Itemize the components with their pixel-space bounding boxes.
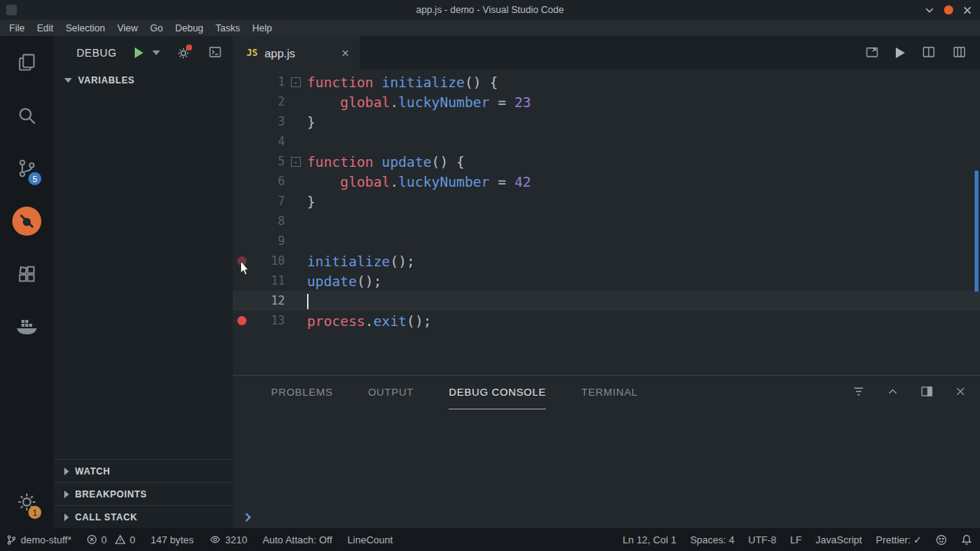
code-line[interactable]: 1 - function initialize() { — [233, 72, 980, 92]
breakpoints-section-header[interactable]: BREAKPOINTS — [54, 482, 233, 505]
record-indicator-icon[interactable] — [944, 5, 953, 15]
code-line[interactable]: 13 process.exit(); — [233, 311, 980, 331]
debug-console-input[interactable] — [233, 507, 980, 528]
menu-help[interactable]: Help — [247, 23, 279, 34]
menu-edit[interactable]: Edit — [31, 23, 60, 34]
tab-terminal[interactable]: TERMINAL — [581, 376, 638, 409]
git-branch-item[interactable]: demo-stuff* — [6, 534, 71, 546]
chevron-collapsed-icon — [64, 491, 69, 498]
docker-icon[interactable] — [0, 300, 54, 353]
code-line[interactable]: 10 initialize(); — [233, 251, 980, 271]
code-line[interactable]: 2 global.luckyNumber = 23 — [233, 92, 980, 112]
file-size-item[interactable]: 147 bytes — [151, 534, 194, 546]
chevron-up-icon[interactable] — [887, 386, 899, 400]
source-control-icon[interactable]: 5 — [0, 142, 54, 194]
notifications-bell-icon[interactable] — [961, 534, 972, 546]
config-warning-dot — [186, 44, 192, 51]
console-prompt-icon — [242, 513, 250, 521]
linecount-item[interactable]: LineCount — [348, 534, 393, 546]
configure-gear-icon[interactable] — [177, 47, 190, 60]
cursor-position-item[interactable]: Ln 12, Col 1 — [622, 534, 676, 546]
split-editor-icon[interactable] — [922, 45, 936, 61]
chevron-down-icon[interactable] — [924, 5, 935, 15]
tab-problems[interactable]: PROBLEMS — [271, 376, 333, 409]
close-window-icon[interactable] — [962, 5, 972, 15]
vscode-window: app.js - demo - Visual Studio Code File … — [0, 0, 980, 551]
fold-collapse-icon[interactable]: - — [291, 77, 301, 87]
breakpoint-gutter[interactable] — [233, 92, 251, 112]
menu-tasks[interactable]: Tasks — [210, 23, 247, 34]
fold-gutter[interactable]: - — [285, 157, 306, 167]
code-editor[interactable]: 1 - function initialize() { 2 global.luc… — [233, 70, 980, 375]
watch-label: WATCH — [75, 466, 110, 477]
settings-badge: 1 — [28, 506, 41, 519]
line-number: 8 — [251, 214, 285, 228]
run-file-icon[interactable] — [896, 47, 905, 58]
filter-icon[interactable] — [852, 385, 865, 400]
close-panel-icon[interactable] — [955, 386, 966, 399]
tab-app-js[interactable]: JS app.js × — [233, 36, 360, 70]
tab-label: app.js — [264, 47, 335, 60]
search-icon[interactable] — [0, 89, 54, 142]
explorer-icon[interactable] — [0, 36, 54, 89]
watch-section-header[interactable]: WATCH — [54, 459, 233, 482]
close-tab-icon[interactable]: × — [341, 47, 349, 60]
open-preview-icon[interactable] — [865, 45, 879, 61]
prettier-item[interactable]: Prettier: ✓ — [876, 534, 922, 546]
encoding-item[interactable]: UTF-8 — [748, 534, 776, 546]
breakpoint-gutter[interactable] — [233, 291, 251, 311]
code-line[interactable]: 6 global.luckyNumber = 42 — [233, 171, 980, 191]
code-line[interactable]: 9 — [233, 231, 980, 251]
fold-gutter[interactable]: - — [285, 77, 306, 87]
editor-layout-icon[interactable] — [952, 45, 966, 61]
breakpoint-gutter[interactable] — [233, 311, 251, 331]
code-line[interactable]: 8 — [233, 211, 980, 231]
tab-debug-console[interactable]: DEBUG CONSOLE — [449, 376, 546, 409]
line-number: 6 — [251, 174, 285, 188]
problems-item[interactable]: 0 0 — [87, 534, 135, 546]
extensions-icon[interactable] — [0, 247, 54, 300]
code-line[interactable]: 4 — [233, 132, 980, 152]
code-line[interactable]: 3 } — [233, 112, 980, 132]
debug-console-toggle-icon[interactable] — [208, 45, 222, 61]
line-number: 13 — [251, 314, 285, 328]
debug-title: DEBUG — [77, 47, 116, 59]
breakpoint-gutter[interactable] — [233, 152, 251, 171]
debug-console-output[interactable] — [233, 409, 980, 507]
breakpoint-gutter[interactable] — [233, 191, 251, 211]
text-cursor — [307, 294, 309, 309]
breakpoint-icon[interactable] — [237, 316, 247, 325]
language-mode-item[interactable]: JavaScript — [815, 534, 862, 546]
variables-section-header[interactable]: VARIABLES — [54, 70, 233, 91]
breakpoint-gutter[interactable] — [233, 72, 251, 92]
menu-debug[interactable]: Debug — [169, 23, 210, 34]
menu-view[interactable]: View — [111, 23, 144, 34]
call-stack-section-header[interactable]: CALL STACK — [54, 505, 233, 528]
breakpoint-gutter[interactable] — [233, 112, 251, 132]
code-line-current[interactable]: 12 — [233, 291, 980, 311]
maximize-panel-icon[interactable] — [920, 385, 933, 400]
feedback-smiley-icon[interactable] — [936, 534, 947, 546]
breakpoint-gutter[interactable] — [233, 211, 251, 231]
code-line[interactable]: 5 - function update() { — [233, 152, 980, 171]
counter-item[interactable]: 3210 — [209, 534, 247, 546]
menu-selection[interactable]: Selection — [60, 23, 111, 34]
debug-icon[interactable] — [0, 194, 54, 247]
code-line[interactable]: 7 } — [233, 191, 980, 211]
fold-collapse-icon[interactable]: - — [291, 157, 301, 167]
indentation-item[interactable]: Spaces: 4 — [690, 534, 734, 546]
auto-attach-item[interactable]: Auto Attach: Off — [263, 534, 332, 546]
code-line[interactable]: 11 update(); — [233, 271, 980, 291]
chevron-collapsed-icon — [64, 514, 69, 521]
breakpoint-gutter[interactable] — [233, 171, 251, 191]
tab-output[interactable]: OUTPUT — [368, 376, 414, 409]
menu-file[interactable]: File — [3, 23, 31, 34]
eol-item[interactable]: LF — [790, 534, 802, 546]
menu-go[interactable]: Go — [144, 23, 169, 34]
settings-gear-icon[interactable]: 1 — [0, 475, 54, 528]
breakpoint-gutter[interactable] — [233, 231, 251, 251]
debug-config-dropdown-icon[interactable] — [152, 51, 160, 55]
variables-body — [54, 91, 233, 459]
breakpoint-gutter[interactable] — [233, 132, 251, 152]
start-debugging-icon[interactable] — [135, 47, 143, 58]
